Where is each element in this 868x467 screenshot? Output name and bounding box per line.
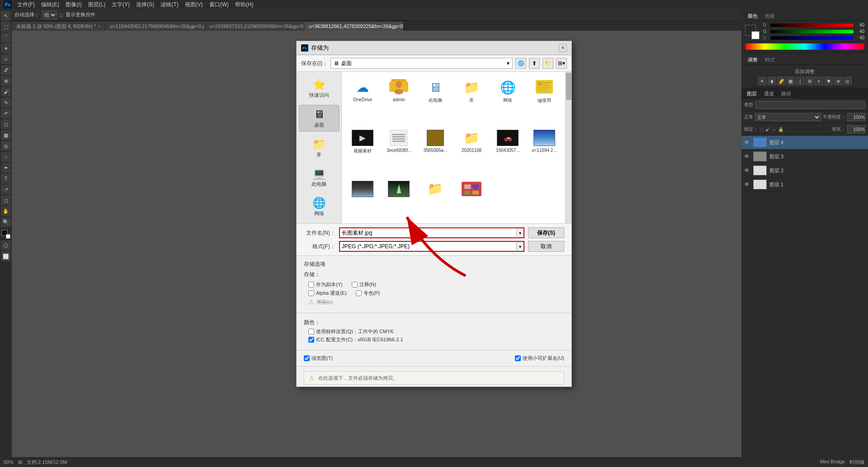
sidebar-item-library[interactable]: 📁 库 (299, 135, 340, 161)
cb-thumbnail[interactable]: 缩览图(T) (304, 355, 333, 362)
sidebar-item-desktop[interactable]: 🖥 桌面 (299, 105, 340, 132)
file-list-with-scroll: ☁ OneDrive (342, 72, 571, 223)
file-qjj[interactable]: qjj使用 (527, 75, 561, 124)
file-onedrive-label: OneDrive (353, 97, 372, 102)
cb-lowercase-input[interactable] (515, 355, 521, 361)
location-dropdown[interactable]: 🖥 桌面 ▾ (330, 58, 513, 69)
file-onedrive[interactable]: ☁ OneDrive (345, 75, 380, 124)
cb-icc-input[interactable] (308, 337, 314, 343)
file-video-label: 视频素材 (354, 148, 372, 154)
thispc-icon: 💻 (312, 167, 326, 180)
file-3565-label: 3565065a... (423, 148, 447, 153)
format-input[interactable] (339, 241, 516, 252)
file-u11694[interactable]: u=11694 2... (527, 126, 561, 175)
file-layer3[interactable]: 📁 (418, 177, 453, 220)
video-thumb: ▶ (352, 129, 373, 147)
file-layer2[interactable] (382, 177, 416, 220)
location-up-btn[interactable]: ⬆ (529, 58, 540, 69)
svg-rect-8 (538, 87, 551, 89)
layer4-thumb (461, 180, 482, 198)
filename-input-wrap: ▾ (339, 227, 524, 238)
cb-lowercase[interactable]: 使用小写扩展名(U) (515, 355, 564, 362)
file-admin[interactable]: admin (382, 75, 416, 124)
scrollbar-thumb[interactable] (566, 73, 571, 100)
bottom-warn-icon: ⚠ (309, 374, 315, 382)
file-layer1[interactable] (345, 177, 380, 220)
cb-spot-input[interactable] (356, 290, 362, 296)
sidebar-item-quickaccess[interactable]: ⭐ 快速访问 (299, 75, 340, 101)
layer3-thumb: 📁 (425, 180, 446, 198)
dialog-titlebar: Ps 存储为 × (297, 41, 571, 55)
file-library[interactable]: 📁 库 (454, 75, 489, 124)
location-web-btn[interactable]: 🌐 (515, 58, 526, 69)
save-as-dialog: Ps 存储为 × 保存在(I)： 🖥 桌面 ▾ 🌐 ⬆ 📁 ⊞▾ ⭐ 快速访问 (296, 41, 572, 387)
dialog-title-left: Ps 存储为 (301, 44, 329, 52)
file-area: ☁ OneDrive (342, 72, 571, 223)
doc-thumb-3ece (388, 129, 410, 147)
file-16043[interactable]: 🚗 16043057... (491, 126, 525, 175)
file-3565[interactable]: 3565065a... (418, 126, 453, 175)
svg-rect-6 (543, 82, 551, 84)
cb-spot-label: 专色(P) (363, 290, 380, 297)
cb-alpha-input[interactable] (308, 290, 314, 296)
photo-car-thumb: 🚗 (497, 129, 519, 147)
svg-rect-12 (472, 184, 479, 189)
sidebar-item-network[interactable]: 🌐 网络 (299, 194, 340, 220)
save-button[interactable]: 保存(S) (528, 227, 564, 238)
cb-notes-input[interactable] (352, 282, 358, 288)
sidebar-label-network: 网络 (314, 210, 324, 217)
cancel-button[interactable]: 取消 (528, 241, 564, 252)
doc-thumb-3565 (425, 129, 446, 147)
file-16043-label: 16043057... (496, 148, 520, 153)
quickaccess-icon: ⭐ (312, 78, 326, 91)
cb-thumbnail-label: 缩览图(T) (311, 355, 333, 362)
dialog-close-button[interactable]: × (559, 44, 567, 52)
svg-rect-5 (538, 82, 542, 85)
dialog-title-text: 存储为 (311, 44, 329, 52)
file-3ece-label: 3ece6836f... (387, 148, 411, 153)
filename-input[interactable] (339, 227, 516, 238)
cb-copy-label: 作为副本(Y) (316, 281, 343, 288)
filename-row: 文件名(N)： ▾ 保存(S) (304, 227, 564, 238)
sidebar-label-thispc: 此电脑 (311, 181, 326, 188)
sidebar-item-thispc[interactable]: 💻 此电脑 (299, 165, 340, 190)
bottom-warn-text: 在此选项下，文件必须存储为拷贝。 (318, 375, 398, 382)
dialog-overlay: Ps 存储为 × 保存在(I)： 🖥 桌面 ▾ 🌐 ⬆ 📁 ⊞▾ ⭐ 快速访问 (0, 0, 868, 467)
svg-point-2 (396, 81, 402, 88)
sidebar-label-desktop: 桌面 (314, 122, 324, 128)
bottom-warning: ⚠ 在此选项下，文件必须存储为拷贝。 (304, 371, 564, 385)
cb-alpha[interactable]: Alpha 通道(E) (308, 290, 347, 297)
file-thispc[interactable]: 🖥 此电脑 (418, 75, 453, 124)
misc-section: 缩览图(T) 使用小写扩展名(U) (297, 353, 571, 363)
location-new-folder-btn[interactable]: 📁 (542, 58, 553, 69)
library-file-icon: 📁 (461, 78, 482, 96)
cb-proof-input[interactable] (308, 329, 314, 335)
cb-lowercase-label: 使用小写扩展名(U) (523, 355, 564, 362)
cb-notes[interactable]: 注释(N) (352, 281, 376, 288)
file-library-label: 库 (469, 97, 474, 104)
cb-copy-input[interactable] (308, 282, 314, 288)
save-options-section: 存储选项 存储： 作为副本(Y) 注释(N) Alpha 通道(E) (297, 255, 571, 310)
svg-rect-13 (464, 191, 471, 194)
format-dropdown-btn[interactable]: ▾ (516, 241, 524, 252)
onedrive-icon: ☁ (352, 78, 373, 96)
divider-1 (297, 313, 571, 313)
cb-thumbnail-input[interactable] (304, 355, 310, 361)
layer2-thumb (388, 180, 410, 198)
dialog-main-content: ⭐ 快速访问 🖥 桌面 📁 库 💻 此电脑 🌐 网络 (297, 72, 571, 223)
file-3ece[interactable]: 3ece6836f... (382, 126, 416, 175)
file-layer4[interactable] (454, 177, 489, 220)
file-network[interactable]: 🌐 网络 (491, 75, 525, 124)
layers-warning-row: ⚠ 图层(L) (304, 298, 564, 306)
color-cb-icc: ICC 配置文件(C)：sRGB IEC61966-2.1 (304, 336, 564, 343)
filename-dropdown-btn[interactable]: ▾ (516, 227, 524, 238)
file-20201108[interactable]: 📁 20201108 (454, 126, 489, 175)
location-view-btn[interactable]: ⊞▾ (556, 58, 567, 69)
cb-notes-label: 注释(N) (359, 281, 376, 288)
file-list-scrollbar[interactable] (565, 72, 571, 223)
qjj-file-icon (533, 78, 555, 96)
cb-alpha-label: Alpha 通道(E) (316, 290, 347, 297)
cb-spot[interactable]: 专色(P) (356, 290, 380, 297)
cb-copy[interactable]: 作为副本(Y) (308, 281, 343, 288)
file-video[interactable]: ▶ 视频素材 (345, 126, 380, 175)
